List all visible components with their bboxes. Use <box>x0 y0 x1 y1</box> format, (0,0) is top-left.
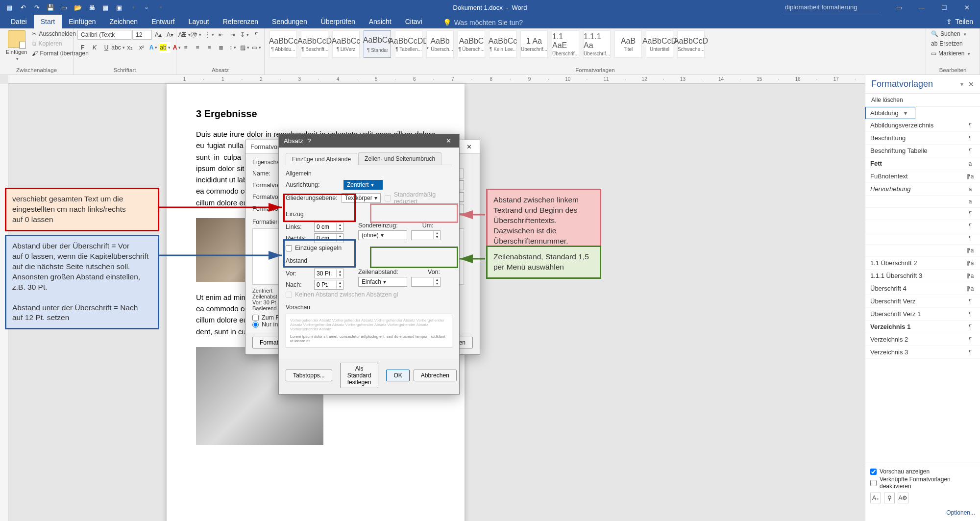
font-size-select[interactable]: 12 <box>132 30 152 40</box>
bullets-icon[interactable]: ☰ <box>180 29 191 40</box>
paste-button[interactable]: Einfügen <box>4 29 29 63</box>
close-icon[interactable]: ✕ <box>463 143 475 150</box>
line-spacing-select[interactable]: Einfach▾ <box>358 277 407 287</box>
shrink-font-icon[interactable]: A▾ <box>165 29 175 40</box>
style-list-item[interactable]: Beschriftung¶ <box>865 132 980 145</box>
special-indent-by-spinner[interactable]: ▴▾ <box>411 230 441 240</box>
justify-icon[interactable]: ≣ <box>216 42 226 53</box>
outline-select[interactable]: Textkörper▾ <box>342 193 381 203</box>
style-list-item[interactable]: a <box>865 196 980 208</box>
tab-ansicht[interactable]: Ansicht <box>362 15 398 28</box>
space-after-spinner[interactable]: ▴▾ <box>314 280 343 290</box>
tab-datei[interactable]: Datei <box>4 15 34 28</box>
qat-open-icon[interactable]: 📂 <box>72 1 84 14</box>
qat-more-icon[interactable] <box>126 1 139 14</box>
style-list-item[interactable]: Überschrift Verz¶ <box>865 295 980 308</box>
tab-pagebreaks[interactable]: Zeilen- und Seitenumbruch <box>358 152 441 165</box>
style-gallery-item[interactable]: AaBbCcDUntertitel <box>646 30 673 58</box>
style-gallery-item[interactable]: AaBbCc¶ Standard <box>364 30 391 58</box>
replace-button[interactable]: abErsetzen <box>930 39 971 48</box>
cancel-button[interactable]: Abbrechen <box>414 370 457 381</box>
style-gallery-item[interactable]: AaBbC¶ Übersch... <box>458 30 485 58</box>
style-list-item[interactable]: Beschriftung Tabelle¶ <box>865 145 980 157</box>
style-gallery-item[interactable]: AaBbCcDSchwache... <box>677 30 705 58</box>
dialog-paragraph[interactable]: Absatz ? ✕ Einzüge und Abstände Zeilen- … <box>278 134 460 395</box>
text-effects-icon[interactable]: A <box>148 42 159 53</box>
numbering-icon[interactable]: ≡ <box>192 29 203 40</box>
style-list-item[interactable]: 1.1 Überschrift 2⁋a <box>865 257 980 270</box>
indent-increase-icon[interactable]: ⇥ <box>227 29 238 40</box>
disable-linked-checkbox[interactable]: Verknüpfte Formatvorlagen deaktivieren <box>870 476 975 490</box>
close-icon[interactable]: ✕ <box>968 80 974 88</box>
style-list-item[interactable]: Verzeichnis 3¶ <box>865 346 980 359</box>
tab-entwurf[interactable]: Entwurf <box>145 15 181 28</box>
style-gallery-item[interactable]: 1 AaÜberschrif... <box>520 30 548 58</box>
qat-blank-icon[interactable]: ▫ <box>140 1 153 14</box>
qat-table-icon[interactable]: ▦ <box>99 1 112 14</box>
tab-referenzen[interactable]: Referenzen <box>216 15 265 28</box>
qat-undo-icon[interactable]: ↶ <box>17 1 29 14</box>
find-button[interactable]: 🔍Suchen <box>930 29 971 38</box>
align-right-icon[interactable]: ≡ <box>204 42 215 53</box>
qat-dropdown-icon[interactable] <box>154 1 167 14</box>
line-spacing-at-spinner[interactable]: ▴▾ <box>411 277 441 287</box>
style-inspector-icon[interactable]: ⚲ <box>884 493 895 503</box>
bold-icon[interactable]: F <box>77 42 88 53</box>
borders-icon[interactable]: ▭ <box>251 42 262 53</box>
indent-left-spinner[interactable]: ▴▾ <box>314 222 343 232</box>
options-link[interactable]: Optionen... <box>865 507 980 521</box>
underline-icon[interactable]: U <box>101 42 112 53</box>
style-gallery-item[interactable]: AaBTitel <box>614 30 642 58</box>
style-gallery-item[interactable]: AaBbCc¶ Kein Lee... <box>489 30 516 58</box>
ribbon-options-icon[interactable]: ▭ <box>888 0 910 15</box>
style-list-item[interactable]: Abbildung▾ <box>865 107 915 119</box>
style-list-item[interactable]: ¶ <box>865 232 980 245</box>
style-gallery-item[interactable]: AaBbCc¶ LitVerz <box>332 30 360 58</box>
style-gallery-item[interactable]: AaBbCcDD¶ Tabellen... <box>395 30 422 58</box>
clear-all-button[interactable]: Alle löschen <box>865 94 980 107</box>
style-list-item[interactable]: Überschrift Verz 1¶ <box>865 308 980 321</box>
strike-icon[interactable]: abc <box>113 42 123 53</box>
tab-einfuegen[interactable]: Einfügen <box>62 15 102 28</box>
qat-print-icon[interactable]: 🖶 <box>85 1 98 14</box>
set-default-button[interactable]: Als Standard festlegen <box>340 363 379 388</box>
share-button[interactable]: ⇪ Teilen <box>939 15 980 28</box>
align-left-icon[interactable]: ≡ <box>180 42 191 53</box>
tell-me-input[interactable]: 💡 Was möchten Sie tun? <box>439 17 527 28</box>
style-list-item[interactable]: ⁋a <box>865 245 980 257</box>
shading-icon[interactable]: ▨ <box>239 42 250 53</box>
mirror-indents-checkbox[interactable]: Einzüge spiegeln <box>286 245 452 251</box>
tab-ueberpruefen[interactable]: Überprüfen <box>314 15 362 28</box>
help-icon[interactable]: ? <box>303 137 315 145</box>
ok-button[interactable]: OK <box>386 370 409 381</box>
qat-save-icon[interactable]: 💾 <box>44 1 57 14</box>
close-icon[interactable]: ✕ <box>956 0 978 15</box>
tab-sendungen[interactable]: Sendungen <box>265 15 314 28</box>
qat-image-icon[interactable]: ▣ <box>113 1 125 14</box>
tab-indents[interactable]: Einzüge und Abstände <box>286 153 357 165</box>
multilevel-icon[interactable]: ⋮ <box>204 29 215 40</box>
style-list-item[interactable]: Fußnotentext⁋a <box>865 170 980 183</box>
show-preview-checkbox[interactable]: Vorschau anzeigen <box>870 468 975 475</box>
show-marks-icon[interactable]: ¶ <box>251 29 262 40</box>
qat-new-icon[interactable]: ▭ <box>58 1 71 14</box>
chevron-down-icon[interactable] <box>15 55 19 62</box>
tab-start[interactable]: Start <box>34 15 62 28</box>
indent-decrease-icon[interactable]: ⇤ <box>216 29 226 40</box>
subscript-icon[interactable]: x₂ <box>124 42 135 53</box>
grow-font-icon[interactable]: A▴ <box>153 29 164 40</box>
font-family-select[interactable]: Calibri (Textk <box>77 30 131 40</box>
new-style-icon[interactable]: A₊ <box>870 493 881 503</box>
style-gallery-item[interactable]: AaBb¶ Übersch... <box>426 30 454 58</box>
style-list-item[interactable]: Abbildungsverzeichnis¶ <box>865 119 980 132</box>
tab-layout[interactable]: Layout <box>182 15 216 28</box>
manage-styles-icon[interactable]: A⚙ <box>898 493 908 503</box>
line-spacing-icon[interactable]: ↕ <box>227 42 238 53</box>
style-list-item[interactable]: Verzeichnis 1¶ <box>865 321 980 333</box>
indent-right-spinner[interactable]: ▴▾ <box>314 233 343 243</box>
style-list-item[interactable]: Hervorhebunga <box>865 183 980 196</box>
sort-icon[interactable]: ↧ <box>239 29 250 40</box>
space-before-spinner[interactable]: ▴▾ <box>314 269 343 278</box>
style-list-item[interactable]: 1.1.1 Überschrift 3⁋a <box>865 270 980 282</box>
style-gallery-item[interactable]: AaBbCc¶ Abbildu... <box>270 30 297 58</box>
